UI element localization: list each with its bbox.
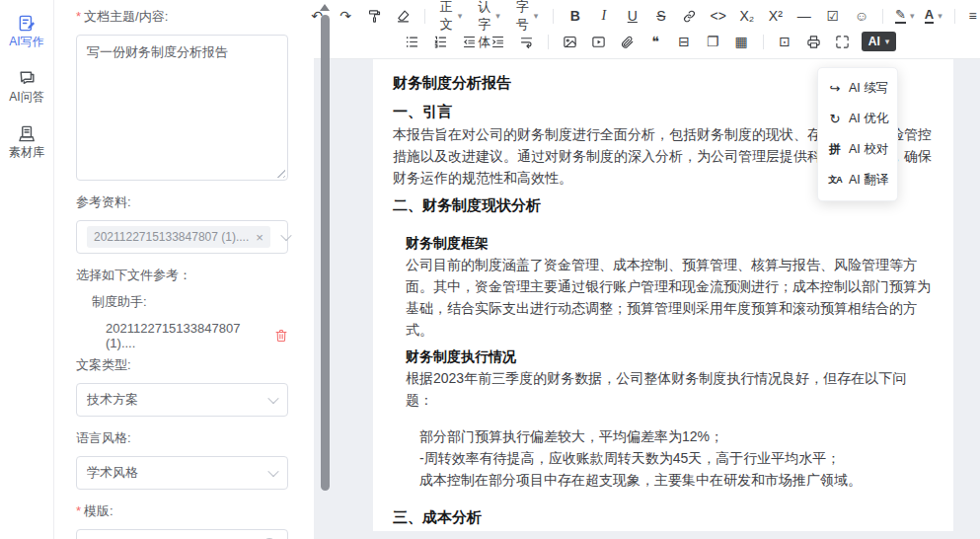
nav-ai-writing[interactable]: AI写作 bbox=[9, 14, 43, 47]
file-reference-row: 2021122715133847807 (1).... bbox=[106, 321, 288, 350]
task-list-button[interactable]: ☑ bbox=[818, 5, 847, 27]
nav-item-label: 素材库 bbox=[9, 146, 44, 158]
font-color-dropdown[interactable]: A▾ bbox=[919, 5, 947, 27]
bold-icon: B bbox=[570, 9, 580, 23]
doc-block-h2: 三、成本分析 bbox=[393, 505, 934, 529]
image-button[interactable] bbox=[556, 31, 584, 52]
reference-tag-text: 2021122715133847807 (1).... bbox=[94, 230, 249, 244]
language-style-select[interactable]: 学术风格 bbox=[76, 456, 288, 490]
nav-ai-qa[interactable]: AI问答 bbox=[9, 69, 43, 103]
tag-close-icon[interactable]: × bbox=[256, 231, 264, 244]
link-button[interactable] bbox=[675, 5, 704, 27]
table-button[interactable]: ▦ bbox=[727, 31, 756, 52]
doc-block-li: 成本控制在部分项目中存在超支现象，主要集中在研发和市场推广领域。 bbox=[419, 469, 934, 491]
reference-select[interactable]: 2021122715133847807 (1).... × bbox=[76, 220, 288, 254]
paperclip-icon bbox=[620, 35, 635, 49]
archive-icon bbox=[18, 124, 37, 143]
video-icon bbox=[591, 35, 606, 49]
fullscreen-button[interactable] bbox=[828, 31, 857, 52]
emoji-button[interactable]: ☺ bbox=[847, 5, 875, 27]
video-button[interactable] bbox=[584, 31, 613, 52]
chevron-down-icon bbox=[267, 466, 278, 477]
file-reference-label: 选择如下文件参考： bbox=[76, 267, 288, 284]
bullet-list-button[interactable] bbox=[398, 31, 426, 52]
scroll-up-arrow-icon[interactable] bbox=[320, 4, 330, 11]
ordered-list-button[interactable] bbox=[426, 31, 455, 52]
topic-textarea[interactable]: 写一份财务制度分析报告 bbox=[76, 35, 288, 181]
required-asterisk: * bbox=[76, 9, 81, 24]
menu-ai-proofread[interactable]: 拼AI 校对 bbox=[818, 134, 897, 165]
horizontal-rule-button[interactable]: — bbox=[790, 5, 818, 27]
nav-item-label: AI问答 bbox=[9, 91, 43, 103]
caret-down-icon: ▾ bbox=[910, 12, 915, 21]
editor-area: ↶↷正文▾默认字体▾字号▾BIUS<>X₂X²—☑☺✎▾A▾≡▾ ❝⊟❐▦⊡AI… bbox=[314, 0, 980, 539]
inline-code-button[interactable]: <> bbox=[704, 5, 732, 27]
topic-text: 写一份财务制度分析报告 bbox=[87, 44, 228, 59]
align-icon: ≡ bbox=[968, 9, 976, 23]
scrollbar-thumb[interactable] bbox=[321, 15, 330, 491]
menu-ai-translate[interactable]: 文AAI 翻译 bbox=[818, 165, 897, 195]
note-button[interactable]: ❐ bbox=[699, 31, 727, 52]
outdent-button[interactable] bbox=[455, 31, 484, 52]
proofread-icon: 拼 bbox=[827, 141, 843, 158]
font-size-dropdown[interactable]: 字号▾ bbox=[508, 0, 547, 34]
page-setup-icon: ⊡ bbox=[779, 35, 791, 48]
menu-ai-continue[interactable]: ↪AI 续写 bbox=[818, 73, 897, 104]
bullet-list-icon bbox=[405, 35, 419, 49]
blockquote-button[interactable]: ❝ bbox=[641, 31, 670, 52]
nav-item-label: AI写作 bbox=[9, 36, 43, 47]
redo-button[interactable]: ↷ bbox=[332, 5, 360, 27]
divider-block-button[interactable]: ⊟ bbox=[670, 31, 699, 52]
font-color-icon: A bbox=[925, 8, 934, 24]
chevron-down-icon bbox=[280, 230, 291, 241]
italic-icon: I bbox=[601, 9, 606, 23]
attachment-button[interactable] bbox=[613, 31, 641, 52]
toolbar-divider bbox=[763, 35, 764, 49]
strikethrough-button[interactable]: S bbox=[646, 5, 675, 27]
writing-form-panel: *文档主题/内容: 写一份财务制度分析报告 参考资料: 202112271513… bbox=[54, 0, 314, 539]
subscript-button[interactable]: X₂ bbox=[732, 5, 761, 27]
template-select[interactable]: 通用模板 ✓ bbox=[76, 529, 288, 539]
copy-type-label: 文案类型: bbox=[76, 356, 288, 374]
highlight-color-dropdown[interactable]: ✎▾ bbox=[890, 5, 919, 27]
line-wrap-icon bbox=[519, 35, 534, 49]
note-icon: ❐ bbox=[707, 35, 719, 48]
underline-button[interactable]: U bbox=[618, 5, 646, 27]
editor-toolbar: ↶↷正文▾默认字体▾字号▾BIUS<>X₂X²—☑☺✎▾A▾≡▾ ❝⊟❐▦⊡AI… bbox=[314, 0, 980, 59]
strikethrough-icon: S bbox=[656, 9, 665, 23]
clear-format-button[interactable] bbox=[389, 5, 417, 27]
divider-block-icon: ⊟ bbox=[678, 35, 690, 48]
translate-icon: 文A bbox=[827, 174, 843, 187]
optimize-icon: ↻ bbox=[827, 112, 843, 126]
menu-item-label: AI 校对 bbox=[849, 141, 888, 158]
doc-block-h3: 财务制度执行情况 bbox=[406, 346, 934, 367]
page-setup-button[interactable]: ⊡ bbox=[771, 31, 799, 52]
line-wrap-button[interactable] bbox=[512, 31, 541, 52]
language-style-label: 语言风格: bbox=[76, 429, 288, 447]
print-button[interactable] bbox=[799, 31, 828, 52]
ai-dropdown-menu: ↪AI 续写↻AI 优化拼AI 校对文AAI 翻译 bbox=[817, 67, 898, 201]
toolbar-divider bbox=[424, 9, 425, 24]
link-icon bbox=[682, 9, 697, 24]
template-label: *模版: bbox=[76, 502, 288, 520]
emoji-icon: ☺ bbox=[855, 9, 868, 23]
paragraph-style-dropdown[interactable]: 正文▾ bbox=[432, 0, 471, 34]
ai-dropdown-button[interactable]: AI▾ bbox=[862, 32, 897, 51]
align-dropdown[interactable]: ≡▾ bbox=[962, 5, 980, 27]
italic-button[interactable]: I bbox=[589, 5, 618, 27]
bold-button[interactable]: B bbox=[561, 5, 589, 27]
menu-ai-optimize[interactable]: ↻AI 优化 bbox=[818, 104, 897, 134]
indent-button[interactable] bbox=[484, 31, 512, 52]
eraser-icon bbox=[396, 9, 411, 24]
toolbar-row-1: ↶↷正文▾默认字体▾字号▾BIUS<>X₂X²—☑☺✎▾A▾≡▾ bbox=[318, 3, 976, 29]
resize-grip-icon[interactable] bbox=[276, 169, 285, 178]
format-painter-button[interactable] bbox=[360, 5, 389, 27]
copy-type-select[interactable]: 技术方案 bbox=[76, 383, 288, 417]
fullscreen-icon bbox=[835, 35, 850, 49]
caret-down-icon: ▾ bbox=[458, 11, 463, 21]
superscript-button[interactable]: X² bbox=[761, 5, 790, 27]
doc-block-h3: 财务制度框架 bbox=[406, 232, 934, 254]
delete-file-icon[interactable] bbox=[274, 329, 288, 343]
caret-down-icon: ▾ bbox=[495, 11, 500, 21]
nav-material-library[interactable]: 素材库 bbox=[9, 124, 44, 158]
